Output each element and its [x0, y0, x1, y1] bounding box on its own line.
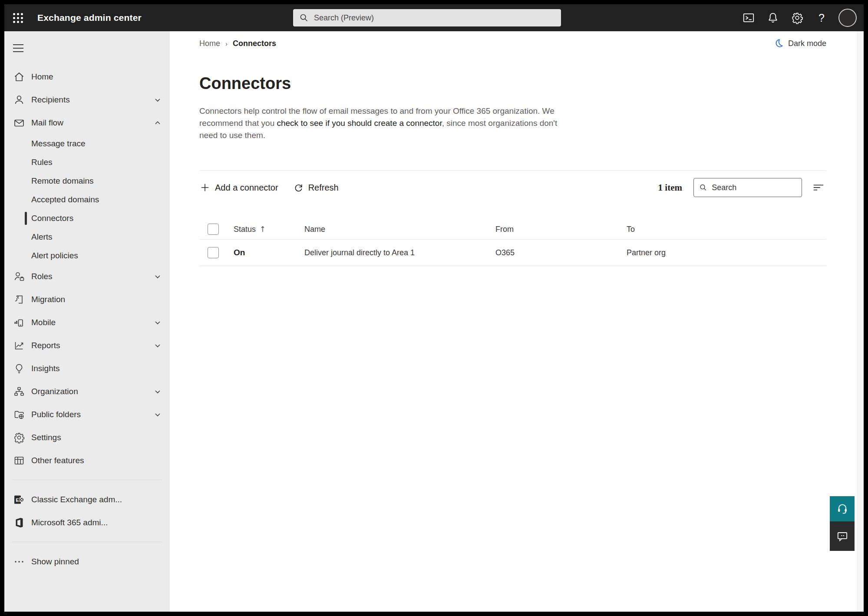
list-search-box[interactable] — [693, 178, 802, 197]
exchange-admin-center-window: Exchange admin center — [4, 4, 864, 612]
person-icon — [13, 94, 25, 106]
add-connector-label: Add a connector — [215, 183, 278, 193]
microsoft-365-logo-icon — [13, 517, 25, 529]
sidebar-item-connectors[interactable]: Connectors — [4, 209, 170, 227]
sidebar-item-settings[interactable]: Settings — [4, 426, 170, 449]
sidebar-item-microsoft-365-admin[interactable]: Microsoft 365 admi... — [4, 511, 170, 534]
left-navigation: Home Recipients Mail flow Message trace — [4, 31, 170, 612]
svg-text:E: E — [16, 497, 19, 502]
main-panel: Home › Connectors Dark mode Connectors C… — [170, 31, 864, 612]
settings-button[interactable] — [787, 8, 807, 28]
dark-mode-toggle[interactable]: Dark mode — [773, 38, 826, 49]
bell-icon — [766, 11, 779, 24]
ellipsis-icon — [13, 556, 25, 568]
account-avatar[interactable] — [838, 9, 857, 27]
sidebar-item-insights[interactable]: Insights — [4, 357, 170, 380]
column-header-from[interactable]: From — [495, 225, 627, 234]
sidebar-item-migration[interactable]: Migration — [4, 288, 170, 311]
breadcrumb: Home › Connectors — [199, 39, 276, 48]
sidebar-item-rules[interactable]: Rules — [4, 153, 170, 171]
table-row[interactable]: On Deliver journal directly to Area 1 O3… — [199, 240, 826, 266]
sidebar-item-label: Mail flow — [31, 118, 63, 128]
global-search-box[interactable] — [293, 9, 561, 26]
sidebar-item-roles[interactable]: Roles — [4, 265, 170, 288]
column-header-name[interactable]: Name — [304, 225, 495, 234]
sidebar-item-organization[interactable]: Organization — [4, 380, 170, 403]
feedback-button[interactable] — [830, 521, 855, 551]
sidebar-item-classic-exchange-admin[interactable]: E Classic Exchange adm... — [4, 488, 170, 511]
breadcrumb-current: Connectors — [233, 39, 276, 48]
breadcrumb-separator-icon: › — [225, 40, 228, 47]
question-mark-icon: ? — [818, 12, 825, 24]
nav-list: Home Recipients Mail flow Message trace — [4, 65, 170, 573]
help-button[interactable]: ? — [812, 8, 832, 28]
sidebar-item-other-features[interactable]: Other features — [4, 449, 170, 472]
sidebar-item-label: Reports — [31, 341, 60, 350]
sidebar-item-alerts[interactable]: Alerts — [4, 227, 170, 246]
cloud-shell-button[interactable] — [739, 8, 759, 28]
sidebar-item-label: Public folders — [31, 410, 81, 419]
column-header-status[interactable]: Status — [234, 225, 304, 234]
plus-icon — [199, 182, 211, 193]
sidebar-item-accepted-domains[interactable]: Accepted domains — [4, 190, 170, 209]
row-name[interactable]: Deliver journal directly to Area 1 — [304, 248, 495, 257]
sidebar-item-show-pinned[interactable]: Show pinned — [4, 550, 170, 573]
waffle-icon — [13, 13, 23, 23]
item-count: 1 item — [658, 182, 682, 193]
filter-button[interactable] — [810, 179, 826, 196]
chevron-down-icon — [153, 341, 162, 350]
refresh-button[interactable]: Refresh — [293, 182, 339, 193]
folder-globe-icon — [13, 408, 25, 421]
sidebar-item-remote-domains[interactable]: Remote domains — [4, 171, 170, 190]
sidebar-item-label: Recipients — [31, 95, 70, 105]
notifications-button[interactable] — [763, 8, 783, 28]
sidebar-item-label: Migration — [31, 295, 65, 304]
sidebar-item-label: Classic Exchange adm... — [31, 495, 122, 504]
sidebar-item-label: Mobile — [31, 318, 56, 327]
app-launcher-button[interactable] — [4, 4, 31, 31]
classic-exchange-logo-icon: E — [13, 494, 25, 506]
sidebar-item-message-trace[interactable]: Message trace — [4, 134, 170, 153]
global-search-input[interactable] — [314, 13, 555, 23]
breadcrumb-home-link[interactable]: Home — [199, 39, 220, 48]
support-button[interactable] — [830, 496, 855, 521]
headset-icon — [836, 502, 849, 515]
org-chart-icon — [13, 385, 25, 398]
sidebar-item-label: Message trace — [31, 139, 86, 148]
sidebar-item-home[interactable]: Home — [4, 65, 170, 88]
page-arrow-icon — [13, 293, 25, 306]
sidebar-item-label: Roles — [31, 272, 53, 281]
sidebar-item-label: Alert policies — [31, 251, 78, 260]
row-checkbox[interactable] — [208, 247, 219, 258]
column-header-to[interactable]: To — [627, 225, 826, 234]
sidebar-item-mobile[interactable]: Mobile — [4, 311, 170, 334]
sidebar-item-label: Microsoft 365 admi... — [31, 518, 108, 527]
dark-mode-label: Dark mode — [788, 39, 826, 48]
column-label: Status — [234, 225, 256, 234]
list-search-input[interactable] — [712, 183, 796, 192]
select-all-checkbox[interactable] — [208, 224, 219, 235]
connectors-table: Status Name From To On Deliver journal d… — [199, 219, 826, 266]
row-from: O365 — [495, 248, 627, 257]
description-link-text[interactable]: check to see if you should create a conn… — [277, 119, 442, 128]
nav-collapse-button[interactable] — [13, 41, 30, 56]
sidebar-item-mail-flow[interactable]: Mail flow — [4, 111, 170, 134]
page-title: Connectors — [199, 73, 826, 94]
sidebar-item-label: Show pinned — [31, 557, 79, 567]
sidebar-item-alert-policies[interactable]: Alert policies — [4, 246, 170, 265]
table-icon — [13, 455, 25, 467]
sidebar-item-label: Insights — [31, 364, 59, 373]
refresh-icon — [293, 182, 304, 193]
add-connector-button[interactable]: Add a connector — [199, 182, 278, 193]
sidebar-item-label: Organization — [31, 387, 78, 396]
chevron-down-icon — [153, 318, 162, 327]
sidebar-item-public-folders[interactable]: Public folders — [4, 403, 170, 426]
refresh-label: Refresh — [308, 183, 339, 193]
scrollbar-track[interactable] — [857, 31, 864, 612]
sidebar-item-label: Accepted domains — [31, 195, 99, 204]
sidebar-item-reports[interactable]: Reports — [4, 334, 170, 357]
search-icon — [299, 13, 309, 23]
moon-icon — [773, 38, 784, 49]
chevron-down-icon — [153, 387, 162, 396]
sidebar-item-recipients[interactable]: Recipients — [4, 88, 170, 111]
